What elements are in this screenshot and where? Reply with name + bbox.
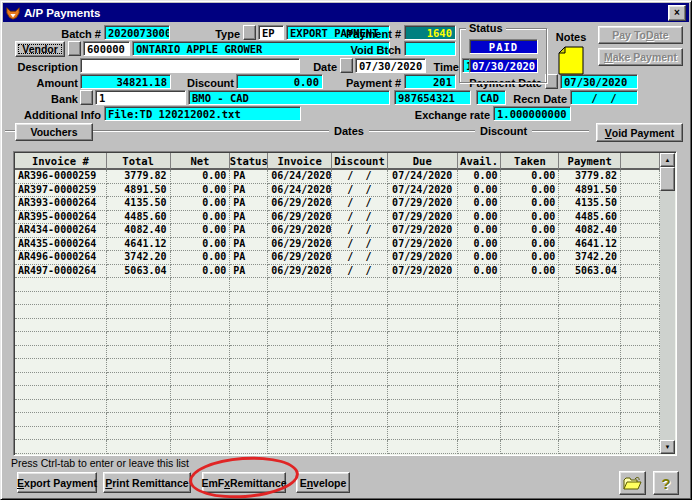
grid-cell[interactable]: 0.00 — [501, 170, 559, 184]
grid-cell[interactable]: AR396-0000259 — [15, 170, 107, 184]
grid-cell[interactable] — [332, 427, 388, 441]
grid-cell[interactable] — [230, 427, 268, 441]
title-bar[interactable]: A/P Payments × — [3, 3, 689, 22]
grid-cell[interactable] — [171, 292, 231, 306]
grid-cell[interactable]: 0.00 — [171, 238, 231, 252]
grid-cell[interactable]: PA — [230, 238, 268, 252]
grid-cell[interactable] — [107, 346, 171, 360]
grid-cell[interactable]: 4135.50 — [559, 197, 621, 211]
grid-row[interactable] — [15, 440, 660, 454]
grid-cell[interactable] — [15, 346, 107, 360]
grid-cell[interactable] — [171, 346, 231, 360]
grid-row[interactable] — [15, 373, 660, 387]
help-button[interactable]: ? — [653, 471, 679, 495]
grid-cell[interactable] — [388, 292, 458, 306]
scroll-down-icon[interactable]: ▼ — [660, 440, 675, 454]
grid-cell[interactable] — [458, 373, 502, 387]
grid-row[interactable]: AR395-00002644485.600.00PA06/29/2020/ /0… — [15, 211, 660, 225]
batch-field[interactable]: 2020073000 — [104, 25, 170, 40]
scroll-up-icon[interactable]: ▲ — [660, 153, 675, 167]
grid-cell[interactable] — [621, 332, 660, 346]
emfx-remittance-button[interactable]: EmFx Remittance — [202, 472, 286, 493]
grid-cell[interactable]: 4082.40 — [107, 224, 171, 238]
grid-cell[interactable] — [559, 386, 621, 400]
grid-cell[interactable]: 07/29/2020 — [388, 238, 458, 252]
grid-cell[interactable] — [458, 413, 502, 427]
grid-cell[interactable] — [621, 440, 660, 454]
grid-cell[interactable] — [621, 413, 660, 427]
grid-cell[interactable] — [268, 400, 332, 414]
grid-cell[interactable] — [621, 184, 660, 198]
grid-cell[interactable]: 0.00 — [501, 197, 559, 211]
grid-cell[interactable]: AR496-0000264 — [15, 251, 107, 265]
grid-cell[interactable] — [458, 359, 502, 373]
grid-cell[interactable]: 0.00 — [501, 265, 559, 279]
grid-cell[interactable]: AR395-0000264 — [15, 211, 107, 225]
date-picker-icon[interactable] — [340, 58, 353, 73]
grid-cell[interactable] — [388, 413, 458, 427]
type-code-field[interactable]: EP — [258, 25, 284, 40]
grid-cell[interactable]: 3779.82 — [559, 170, 621, 184]
grid-cell[interactable] — [388, 386, 458, 400]
grid-cell[interactable] — [268, 278, 332, 292]
grid-cell[interactable] — [230, 346, 268, 360]
grid-cell[interactable] — [332, 305, 388, 319]
grid-cell[interactable] — [559, 278, 621, 292]
grid-cell[interactable] — [230, 319, 268, 333]
grid-cell[interactable]: AR434-0000264 — [15, 224, 107, 238]
grid-cell[interactable]: 0.00 — [458, 170, 502, 184]
grid-cell[interactable]: AR393-0000264 — [15, 197, 107, 211]
grid-cell[interactable] — [171, 440, 231, 454]
grid-cell[interactable]: / / — [332, 184, 388, 198]
grid-cell[interactable] — [501, 386, 559, 400]
make-payment-button[interactable]: Make Payment — [598, 48, 683, 66]
grid-cell[interactable] — [107, 359, 171, 373]
grid-vertical-scrollbar[interactable]: ▲ ▼ — [660, 153, 675, 454]
grid-cell[interactable] — [458, 386, 502, 400]
grid-row[interactable] — [15, 332, 660, 346]
grid-cell[interactable] — [107, 427, 171, 441]
grid-row[interactable]: AR497-00002645063.040.00PA06/29/2020/ /0… — [15, 265, 660, 279]
grid-cell[interactable] — [458, 346, 502, 360]
grid-cell[interactable] — [230, 359, 268, 373]
grid-cell[interactable] — [171, 413, 231, 427]
grid-cell[interactable] — [621, 373, 660, 387]
grid-cell[interactable] — [107, 386, 171, 400]
vendor-lookup-button[interactable] — [68, 41, 81, 56]
grid-cell[interactable] — [268, 319, 332, 333]
grid-cell[interactable]: 4082.40 — [559, 224, 621, 238]
grid-cell[interactable] — [332, 413, 388, 427]
grid-cell[interactable] — [15, 427, 107, 441]
grid-cell[interactable] — [171, 400, 231, 414]
grid-cell[interactable]: AR497-0000264 — [15, 265, 107, 279]
grid-cell[interactable] — [559, 305, 621, 319]
grid-cell[interactable]: 3779.82 — [107, 170, 171, 184]
grid-cell[interactable]: / / — [332, 170, 388, 184]
grid-cell[interactable] — [501, 305, 559, 319]
grid-cell[interactable] — [230, 386, 268, 400]
grid-cell[interactable] — [388, 278, 458, 292]
grid-cell[interactable] — [388, 440, 458, 454]
pay-to-date-button[interactable]: Pay To Date — [598, 26, 683, 44]
grid-row[interactable] — [15, 386, 660, 400]
grid-cell[interactable] — [268, 346, 332, 360]
grid-cell[interactable] — [15, 386, 107, 400]
grid-cell[interactable]: PA — [230, 224, 268, 238]
grid-cell[interactable] — [559, 319, 621, 333]
grid-row[interactable] — [15, 359, 660, 373]
grid-cell[interactable] — [388, 319, 458, 333]
grid-cell[interactable]: 0.00 — [458, 265, 502, 279]
grid-cell[interactable] — [15, 440, 107, 454]
grid-cell[interactable] — [332, 278, 388, 292]
grid-cell[interactable] — [559, 440, 621, 454]
grid-cell[interactable]: PA — [230, 184, 268, 198]
date-field[interactable]: 07/30/2020 — [355, 58, 426, 73]
grid-cell[interactable] — [458, 278, 502, 292]
grid-cell[interactable] — [501, 332, 559, 346]
grid-cell[interactable] — [501, 346, 559, 360]
grid-cell[interactable] — [15, 413, 107, 427]
close-icon[interactable]: × — [668, 5, 686, 21]
grid-cell[interactable] — [501, 359, 559, 373]
type-lookup-button[interactable] — [243, 25, 256, 40]
grid-cell[interactable]: / / — [332, 265, 388, 279]
